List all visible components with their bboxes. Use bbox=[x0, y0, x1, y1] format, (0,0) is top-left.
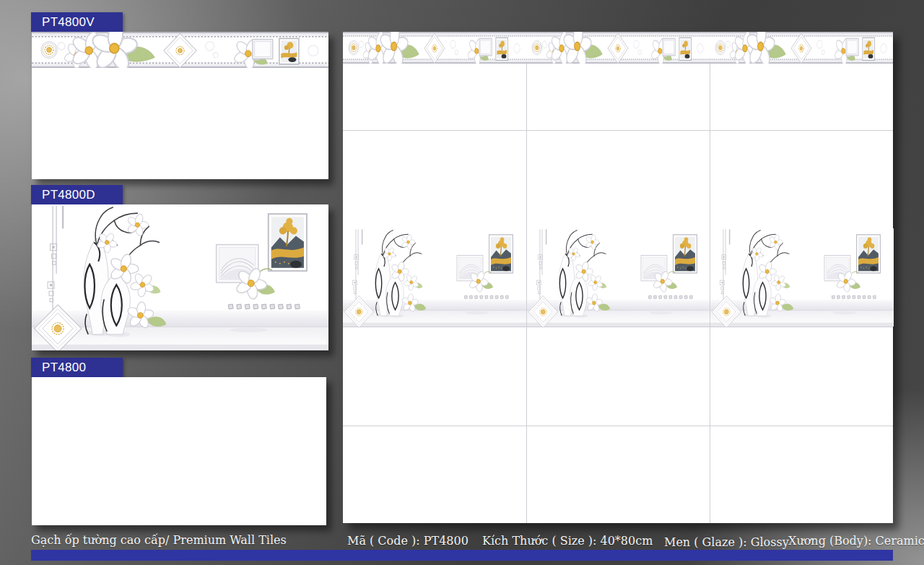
plain-tile bbox=[343, 327, 526, 426]
plain-tile bbox=[710, 426, 893, 523]
tile-preview-pt4800 bbox=[32, 377, 326, 525]
badge-pt4800d: PT4800D bbox=[31, 185, 123, 204]
code-label: Mã ( Code ): PT4800 bbox=[347, 534, 468, 548]
wall-row bbox=[343, 327, 893, 426]
decor-tile bbox=[526, 228, 710, 327]
wall-row bbox=[343, 64, 893, 130]
tile-preview-pt4800v bbox=[32, 32, 328, 179]
wall-row-decor bbox=[343, 228, 893, 327]
plain-tile bbox=[710, 64, 893, 130]
decor-tile bbox=[710, 228, 893, 327]
decor-tile bbox=[343, 228, 526, 327]
plain-tile bbox=[343, 426, 526, 523]
wall-row bbox=[343, 426, 893, 523]
body-label: Xương (Body): Ceramic bbox=[788, 534, 924, 548]
glaze-label: Men ( Glaze ): Glossy bbox=[664, 535, 789, 549]
decor-tile-preview bbox=[32, 204, 328, 350]
bottom-accent-bar bbox=[31, 550, 893, 561]
plain-tile bbox=[343, 64, 526, 130]
wall-row bbox=[343, 130, 893, 228]
plain-tile bbox=[710, 130, 893, 228]
plain-tile bbox=[343, 130, 526, 228]
plain-tile bbox=[710, 327, 893, 426]
border-strip-preview bbox=[32, 32, 328, 68]
wall-layout-panel bbox=[343, 32, 893, 523]
plain-tile bbox=[526, 130, 710, 228]
badge-pt4800: PT4800 bbox=[31, 358, 123, 377]
size-label: Kích Thước ( Size ): 40*80cm bbox=[482, 534, 653, 548]
badge-pt4800v: PT4800V bbox=[31, 12, 123, 32]
border-strip-tile bbox=[710, 32, 893, 64]
border-strip-tile bbox=[526, 32, 710, 64]
plain-tile bbox=[526, 426, 710, 523]
plain-tile bbox=[526, 327, 710, 426]
catalog-page: PT4800V PT4800D PT4800 bbox=[0, 0, 924, 565]
plain-tile bbox=[526, 64, 710, 130]
product-line-label: Gạch ốp tường cao cấp/ Premium Wall Tile… bbox=[31, 533, 287, 547]
border-strip-tile bbox=[343, 32, 526, 64]
wall-border-strip-row bbox=[343, 32, 893, 64]
tile-preview-pt4800d bbox=[32, 204, 328, 350]
